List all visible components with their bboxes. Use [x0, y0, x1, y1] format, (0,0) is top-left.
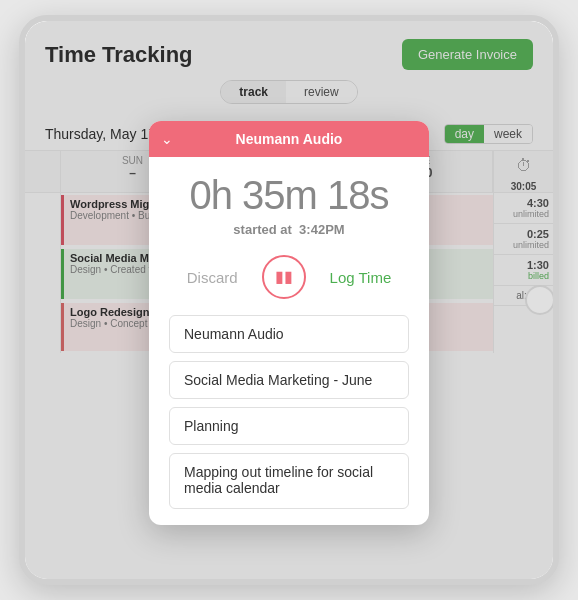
tablet-frame: Time Tracking Generate Invoice track rev…	[19, 15, 559, 585]
modal-header-title: Neumann Audio	[236, 131, 343, 147]
timer-modal: ⌄ Neumann Audio 0h 35m 18s started at 3:…	[149, 121, 429, 525]
started-time: 3:42PM	[299, 222, 345, 237]
modal-field-notes[interactable]: Mapping out timeline for social media ca…	[169, 453, 409, 509]
modal-field-task[interactable]: Planning	[169, 407, 409, 445]
modal-body: 0h 35m 18s started at 3:42PM Discard ▮▮ …	[149, 157, 429, 525]
pause-icon: ▮▮	[275, 269, 293, 285]
log-time-button[interactable]: Log Time	[330, 269, 392, 286]
discard-button[interactable]: Discard	[187, 269, 238, 286]
timer-display: 0h 35m 18s	[169, 173, 409, 218]
timer-controls: Discard ▮▮ Log Time	[169, 255, 409, 299]
app-content: Time Tracking Generate Invoice track rev…	[25, 21, 553, 579]
pause-button[interactable]: ▮▮	[262, 255, 306, 299]
modal-field-client[interactable]: Neumann Audio	[169, 315, 409, 353]
home-button[interactable]	[525, 285, 555, 315]
modal-chevron-icon[interactable]: ⌄	[161, 131, 173, 147]
modal-header: ⌄ Neumann Audio	[149, 121, 429, 157]
modal-overlay: ⌄ Neumann Audio 0h 35m 18s started at 3:…	[25, 21, 553, 579]
timer-started: started at 3:42PM	[169, 222, 409, 237]
started-label: started at	[233, 222, 292, 237]
modal-field-project[interactable]: Social Media Marketing - June	[169, 361, 409, 399]
